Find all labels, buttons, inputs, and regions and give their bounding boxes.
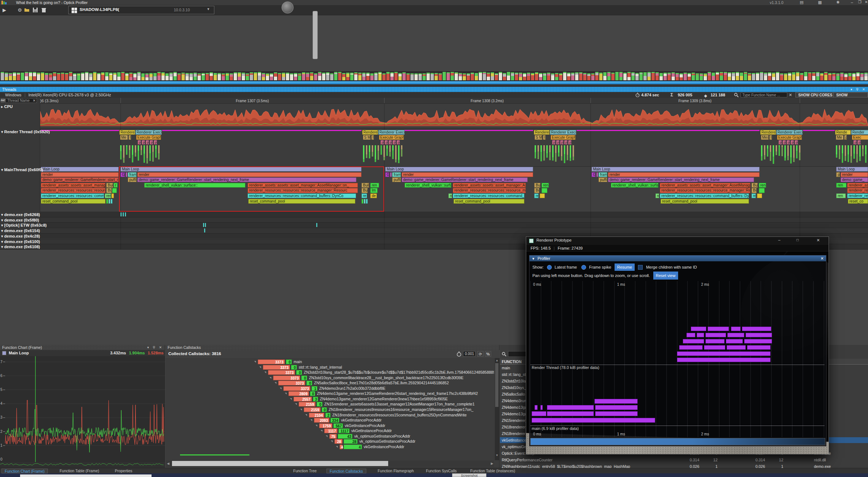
profiler-event-bar[interactable] [594,399,638,404]
frame-bar[interactable] [720,72,723,80]
profiler-event-bar[interactable] [535,405,538,410]
frame-bar[interactable] [587,73,590,80]
bug-icon[interactable]: ✺ [836,0,840,5]
timeline-block[interactable]: GPU [592,172,596,177]
thread-row-label[interactable]: ▾ MainThread (0x60f0) [1,168,43,172]
expander-icon[interactable] [275,382,276,384]
frame-bar[interactable] [479,72,482,80]
profiler-event-bar[interactable] [726,339,743,343]
renderer-window-titlebar[interactable]: Renderer Prototype – □ ✕ [526,237,829,245]
frame-bar[interactable] [153,73,157,80]
frame-bar[interactable] [832,73,836,80]
timeline-block[interactable]: Main Loop [592,167,760,172]
frame-bar[interactable] [210,72,213,80]
function-chart-header[interactable]: Function Chart (Frame) ▾ ⚲ ✕ [0,345,165,350]
frame-bar[interactable] [575,72,578,80]
frame-bar[interactable] [141,73,145,80]
frame-bar[interactable] [792,72,795,80]
frame-bar[interactable] [728,72,731,80]
refresh-icon[interactable]: ⟳ [477,351,483,357]
frame-bar[interactable] [643,72,647,80]
frame-bar[interactable] [515,73,518,80]
frame-bar[interactable] [848,73,852,80]
frame-bar[interactable] [820,73,823,80]
frame-bar[interactable] [338,72,341,80]
frame-bar[interactable] [716,72,719,80]
frame-bar[interactable] [314,73,317,80]
expander-icon[interactable] [310,419,312,421]
thread-row-label[interactable]: ▾ demo.exe (0x4c28) [1,234,40,239]
tab-function-callstacks[interactable]: Function Callstacks [326,469,366,473]
frame-bar[interactable] [487,73,490,80]
frame-bar[interactable] [543,73,546,80]
feedback-icon[interactable]: ▩ [818,0,822,5]
profiler-event-bar[interactable] [708,327,729,331]
profiler-event-bar[interactable] [595,405,638,410]
profiler-event-bar[interactable] [595,411,638,416]
profiler-timeline[interactable]: 0 ms0 ms1 ms1 ms2 ms2 msRender Thread (7… [530,281,825,437]
thread-row-label[interactable]: ▾ demo.exe (0x6100) [1,239,40,244]
target-host-selector[interactable]: SHADOW-L34PLP8( 10.0.3.10 ▼ [68,6,214,14]
tab-function-table-frame-[interactable]: Function Table (Frame) [57,469,102,473]
timeline-block[interactable] [112,188,117,193]
frame-bar[interactable] [467,73,470,80]
frame-bar[interactable] [547,73,550,80]
profiler-event-bar[interactable] [532,418,655,423]
start-capture-button[interactable]: ▶ [1,6,8,14]
function-chart-scrollbar[interactable] [0,462,165,468]
frame-bar[interactable] [85,72,88,80]
frame-bar[interactable] [254,72,257,80]
frame-bar[interactable] [386,72,390,80]
render-thread-block[interactable]: S Mesh [535,135,542,140]
show-callstacks-button[interactable]: SHOW CALLSTACKS ⌄ [833,92,868,97]
render-thread-block[interactable]: Render [851,130,868,135]
frame-bar[interactable] [611,73,615,80]
frame-bar[interactable] [414,73,418,80]
render-thread-block[interactable]: Renderer Execute Gra [378,130,405,135]
frame-bar[interactable] [828,73,831,80]
frame-bar[interactable] [483,72,486,80]
expander-icon[interactable] [295,403,297,405]
render-thread-block[interactable]: Rendere [362,130,378,135]
frame-bar[interactable] [157,72,161,80]
timeline-block[interactable]: puffin [599,177,607,182]
render-thread-block[interactable]: Exec [852,135,868,140]
frame-bar[interactable] [226,73,229,80]
profiler-scrollbar[interactable] [530,438,825,445]
frame-bar[interactable] [49,73,52,80]
render-thread-block[interactable]: p [138,140,141,145]
profiler-event-bar[interactable] [747,345,771,350]
tab-properties[interactable]: Properties [112,469,135,473]
thread-row-label[interactable]: ▾ [Optick] ETW (0x63c8) [1,223,47,228]
frame-bar[interactable] [41,72,44,80]
frame-bar[interactable] [13,72,16,80]
frame-bar[interactable] [246,73,249,80]
timeline-block[interactable]: puffin [392,177,401,182]
frame-bar[interactable] [692,73,695,80]
render-thread-block[interactable]: Me [120,135,128,140]
timeline-block[interactable] [390,172,392,177]
frame-bar[interactable] [270,73,273,80]
frame-bar[interactable] [354,72,357,80]
timeline-block[interactable]: renderer_shell_vulkan::surface::Vk [611,183,658,188]
frame-bar[interactable] [559,73,562,80]
timeline-block[interactable]: Buil [752,183,758,188]
frame-bar[interactable] [9,73,12,80]
function-chart-plot[interactable]: 76543210 [0,356,165,462]
timeline-block[interactable]: demo::game_renderer::GameRenderer::start… [608,177,754,182]
frame-bar[interactable] [535,72,538,80]
timeline-block[interactable] [111,199,112,204]
frame-bar[interactable] [499,72,502,80]
frame-bar[interactable] [406,73,410,80]
frame-bar[interactable] [659,73,663,80]
frame-bar[interactable] [218,73,221,80]
render-thread-block[interactable]: p [552,140,555,145]
profiler-event-bar[interactable] [706,333,726,337]
frame-bar[interactable] [165,73,169,80]
frame-bar[interactable] [402,72,406,80]
render-thread-block[interactable]: Execute Graph [777,135,802,140]
render-thread-block[interactable]: p [146,140,149,145]
frame-bar[interactable] [342,73,345,80]
frame-bar[interactable] [852,73,856,80]
timeline-block[interactable]: renderer_as [847,183,868,188]
